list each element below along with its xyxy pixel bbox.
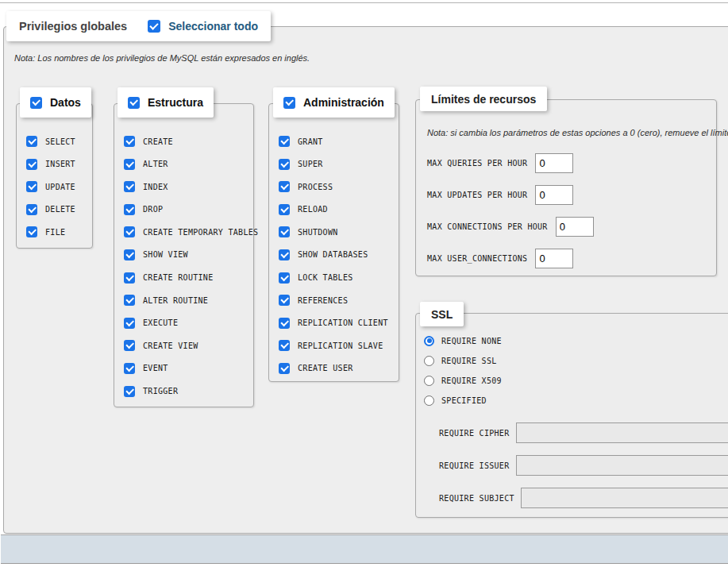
privilege-row[interactable]: PROCESS xyxy=(279,181,388,192)
checkbox-checked-icon[interactable] xyxy=(124,340,135,351)
privilege-row[interactable]: EVENT xyxy=(124,363,258,374)
max-user-connections-input[interactable] xyxy=(535,249,573,268)
privilege-label[interactable]: SUPER xyxy=(298,160,323,168)
checkbox-checked-icon[interactable] xyxy=(124,249,135,260)
checkbox-checked-icon[interactable] xyxy=(26,181,37,192)
checkbox-checked-icon[interactable] xyxy=(124,181,135,192)
privilege-label[interactable]: INDEX xyxy=(143,183,168,191)
checkbox-checked-icon[interactable] xyxy=(124,363,135,374)
checkbox-checked-icon[interactable] xyxy=(26,159,37,170)
radio-icon[interactable] xyxy=(424,395,434,406)
checkbox-checked-icon[interactable] xyxy=(26,204,37,215)
privilege-label[interactable]: LOCK TABLES xyxy=(298,273,353,282)
privilege-row[interactable]: SHOW VIEW xyxy=(124,249,258,260)
privilege-label[interactable]: PROCESS xyxy=(298,183,333,191)
privilege-row[interactable]: INSERT xyxy=(26,159,75,170)
privilege-row[interactable]: INDEX xyxy=(124,181,258,192)
privilege-row[interactable]: SHOW DATABASES xyxy=(279,249,388,260)
privilege-label[interactable]: TRIGGER xyxy=(143,387,178,395)
ssl-option-row[interactable]: REQUIRE SSL xyxy=(424,355,502,366)
privilege-row[interactable]: SELECT xyxy=(26,136,75,147)
structure-group-legend[interactable]: Estructura xyxy=(117,87,214,118)
privilege-label[interactable]: SHOW VIEW xyxy=(143,250,188,259)
checkbox-checked-icon[interactable] xyxy=(279,159,290,170)
privilege-row[interactable]: DELETE xyxy=(26,204,75,215)
checkbox-checked-icon[interactable] xyxy=(26,226,37,237)
privilege-row[interactable]: DROP xyxy=(124,204,258,215)
privilege-label[interactable]: DELETE xyxy=(45,205,75,214)
max-queries-input[interactable] xyxy=(535,153,573,173)
data-group-legend[interactable]: Datos xyxy=(20,87,91,118)
checkbox-checked-icon[interactable] xyxy=(279,272,290,284)
require-subject-input[interactable] xyxy=(521,488,728,508)
require-issuer-input[interactable] xyxy=(516,455,728,476)
group-legend-label[interactable]: Administración xyxy=(303,96,384,109)
privilege-label[interactable]: REFERENCES xyxy=(298,296,348,305)
privilege-label[interactable]: DROP xyxy=(143,205,163,214)
checkbox-checked-icon[interactable] xyxy=(124,204,135,215)
privilege-row[interactable]: REFERENCES xyxy=(279,295,388,306)
group-legend-label[interactable]: Datos xyxy=(50,96,81,109)
privilege-row[interactable]: TRIGGER xyxy=(124,386,258,397)
privilege-label[interactable]: EVENT xyxy=(143,364,168,372)
checkbox-checked-icon[interactable] xyxy=(279,136,290,147)
privilege-label[interactable]: CREATE VIEW xyxy=(143,341,198,350)
max-connections-input[interactable] xyxy=(556,217,594,237)
ssl-option-row[interactable]: REQUIRE X509 xyxy=(424,376,502,387)
privilege-row[interactable]: CREATE TEMPORARY TABLES xyxy=(124,226,258,237)
privilege-row[interactable]: SHUTDOWN xyxy=(279,226,388,237)
group-legend-label[interactable]: Estructura xyxy=(148,96,203,109)
checkbox-checked-icon[interactable] xyxy=(279,249,290,260)
privilege-label[interactable]: FILE xyxy=(45,228,65,237)
select-all-checkbox-icon[interactable] xyxy=(148,20,160,33)
privilege-row[interactable]: LOCK TABLES xyxy=(279,272,388,284)
privilege-row[interactable]: FILE xyxy=(26,226,75,237)
checkbox-checked-icon[interactable] xyxy=(279,226,290,237)
checkbox-checked-icon[interactable] xyxy=(279,363,290,374)
privilege-label[interactable]: REPLICATION SLAVE xyxy=(298,341,383,350)
privilege-row[interactable]: REPLICATION SLAVE xyxy=(279,340,388,351)
checkbox-checked-icon[interactable] xyxy=(279,181,290,192)
privilege-row[interactable]: CREATE ROUTINE xyxy=(124,272,258,284)
privilege-label[interactable]: GRANT xyxy=(298,137,323,146)
privilege-label[interactable]: INSERT xyxy=(45,160,75,168)
radio-icon[interactable] xyxy=(424,356,434,366)
privilege-row[interactable]: CREATE VIEW xyxy=(124,340,258,351)
privilege-row[interactable]: CREATE USER xyxy=(279,363,388,374)
ssl-option-label[interactable]: REQUIRE X509 xyxy=(441,376,502,385)
privilege-label[interactable]: REPLICATION CLIENT xyxy=(298,318,388,327)
privilege-label[interactable]: ALTER xyxy=(143,160,168,168)
privilege-row[interactable]: EXECUTE xyxy=(124,318,258,329)
privilege-label[interactable]: RELOAD xyxy=(298,205,328,214)
privilege-label[interactable]: EXECUTE xyxy=(143,318,178,327)
checkbox-checked-icon[interactable] xyxy=(124,386,135,397)
privilege-label[interactable]: CREATE ROUTINE xyxy=(143,273,214,282)
privilege-row[interactable]: UPDATE xyxy=(26,181,75,192)
privilege-row[interactable]: SUPER xyxy=(279,159,388,170)
checkbox-checked-icon[interactable] xyxy=(124,318,135,329)
select-all-label[interactable]: Seleccionar todo xyxy=(168,20,258,33)
privilege-label[interactable]: CREATE TEMPORARY TABLES xyxy=(143,228,258,237)
privilege-row[interactable]: RELOAD xyxy=(279,204,388,215)
privilege-row[interactable]: ALTER xyxy=(124,159,258,170)
max-updates-input[interactable] xyxy=(535,185,573,205)
privilege-label[interactable]: CREATE xyxy=(143,137,173,146)
ssl-option-label[interactable]: REQUIRE NONE xyxy=(441,337,502,345)
checkbox-checked-icon[interactable] xyxy=(279,340,290,351)
admin-group-legend[interactable]: Administración xyxy=(273,87,395,118)
ssl-option-label[interactable]: REQUIRE SSL xyxy=(441,357,497,365)
checkbox-checked-icon[interactable] xyxy=(124,226,135,237)
ssl-option-row[interactable]: SPECIFIED xyxy=(424,395,502,407)
ssl-option-row[interactable]: REQUIRE NONE xyxy=(424,335,502,346)
privilege-row[interactable]: GRANT xyxy=(279,136,388,147)
privilege-label[interactable]: SHUTDOWN xyxy=(298,228,338,237)
select-all-control[interactable]: Seleccionar todo xyxy=(148,20,258,33)
privilege-row[interactable]: REPLICATION CLIENT xyxy=(279,318,388,329)
group-checkbox-icon[interactable] xyxy=(30,97,42,109)
checkbox-checked-icon[interactable] xyxy=(26,136,37,147)
privilege-label[interactable]: UPDATE xyxy=(45,183,75,191)
checkbox-checked-icon[interactable] xyxy=(124,272,135,284)
ssl-option-label[interactable]: SPECIFIED xyxy=(441,396,487,405)
require-cipher-input[interactable] xyxy=(516,422,728,443)
privilege-label[interactable]: SHOW DATABASES xyxy=(298,250,368,259)
